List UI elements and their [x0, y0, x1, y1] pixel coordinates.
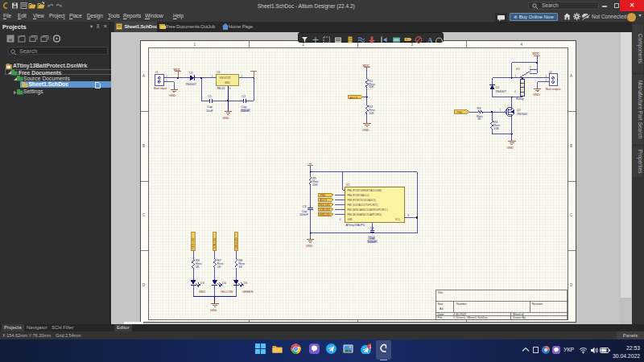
svg-text:C4: C4	[369, 227, 374, 230]
svg-text:D4: D4	[221, 282, 225, 285]
svg-text:100nF: 100nF	[367, 241, 376, 244]
svg-text:4: 4	[514, 90, 516, 93]
svg-text:B: B	[142, 144, 145, 148]
svg-text:2: 2	[166, 75, 167, 78]
svg-text:1K: 1K	[217, 265, 221, 269]
svg-text:PB4 (PCINT4/ADC2): PB4 (PCINT4/ADC2)	[347, 194, 369, 197]
svg-text:Drawn By:: Drawn By:	[513, 316, 526, 319]
svg-text:Title: Title	[437, 291, 443, 294]
svg-text:10K: 10K	[369, 85, 374, 88]
svg-text:GND: GND	[533, 93, 540, 97]
svg-text:K1: K1	[516, 68, 520, 71]
svg-text:Date:: Date:	[437, 313, 444, 316]
svg-text:GND: GND	[347, 218, 352, 221]
svg-text:PB0: PB0	[456, 111, 462, 114]
svg-text:GND: GND	[222, 117, 229, 120]
svg-text:10K: 10K	[312, 183, 318, 187]
svg-text:2: 2	[530, 66, 531, 69]
svg-text:D2: D2	[495, 86, 499, 89]
svg-text:PB3 (PCINT3/CLK1/ADC3): PB3 (PCINT3/CLK1/ADC3)	[347, 199, 375, 202]
svg-text:ATtiny13A-PU: ATtiny13A-PU	[345, 224, 365, 227]
svg-text:4: 4	[339, 218, 341, 221]
svg-text:2N7000: 2N7000	[516, 113, 526, 116]
svg-text:YLW LED: YLW LED	[319, 208, 330, 212]
svg-text:10K: 10K	[369, 112, 374, 115]
svg-text:GND: GND	[225, 81, 231, 84]
svg-text:A: A	[427, 36, 433, 44]
svg-text:A4: A4	[440, 307, 443, 311]
svg-text:J2: J2	[548, 71, 551, 74]
svg-text:1N4007: 1N4007	[185, 83, 196, 86]
svg-text:78L05: 78L05	[216, 87, 225, 90]
svg-text:YLW LED: YLW LED	[213, 237, 217, 249]
svg-text:Relay: Relay	[516, 97, 524, 101]
svg-text:VCC: VCC	[395, 218, 400, 221]
svg-text:File:: File:	[437, 316, 443, 319]
svg-text:1: 1	[545, 75, 547, 78]
svg-text:R3: R3	[477, 107, 481, 110]
svg-text:PB0: PB0	[320, 194, 325, 197]
svg-text:GND: GND	[506, 146, 514, 150]
svg-text:1: 1	[211, 75, 213, 78]
svg-text:GND: GND	[306, 245, 313, 248]
svg-text:GREEN: GREEN	[242, 290, 253, 294]
svg-text:VCC: VCC	[532, 52, 539, 56]
svg-text:A: A	[142, 74, 145, 78]
svg-text:Cap: Cap	[241, 105, 246, 109]
svg-text:3: 3	[229, 87, 230, 90]
svg-text:C:\Users\..\Sheet1.SchDoc: C:\Users\..\Sheet1.SchDoc	[453, 316, 488, 319]
svg-text:RED LED: RED LED	[319, 204, 331, 207]
svg-text:100nF: 100nF	[240, 109, 249, 113]
svg-text:RED: RED	[199, 290, 205, 294]
svg-text:GND: GND	[210, 309, 217, 312]
svg-text:1K: 1K	[238, 265, 242, 269]
svg-text:U1: U1	[216, 71, 220, 74]
svg-text:2: 2	[241, 75, 242, 78]
svg-text:1: 1	[514, 75, 516, 78]
svg-text:8: 8	[407, 214, 409, 217]
svg-text:ADC3: ADC3	[349, 97, 357, 100]
svg-text:2: 2	[545, 79, 547, 82]
svg-text:PB0 (MOSI/AIN0/OC0A/PCINT0): PB0 (MOSI/AIN0/OC0A/PCINT0)	[347, 213, 382, 216]
svg-text:PB5 (PCINT5/RESET/ADC0/dW): PB5 (PCINT5/RESET/ADC0/dW)	[347, 189, 382, 192]
svg-text:Q1: Q1	[516, 109, 520, 112]
svg-text:RED LED: RED LED	[192, 237, 195, 249]
svg-text:Revision: Revision	[531, 302, 543, 306]
svg-text:ADC3: ADC3	[320, 199, 327, 202]
svg-text:D3: D3	[200, 282, 204, 285]
svg-text:100nF: 100nF	[299, 213, 308, 216]
svg-text:B: B	[570, 144, 572, 148]
svg-text:Cap: Cap	[369, 237, 374, 240]
svg-text:J1: J1	[155, 71, 158, 74]
svg-text:Batt output: Batt output	[546, 88, 561, 91]
svg-text:Cap: Cap	[207, 105, 213, 109]
svg-text:U2: U2	[345, 183, 349, 187]
svg-text:PB1 (MISO/AIN1/OC0B/INT0/PCINT: PB1 (MISO/AIN1/OC0B/INT0/PCINT1 )	[347, 208, 387, 212]
svg-text:GND: GND	[169, 94, 176, 97]
svg-text:VCC: VCC	[173, 68, 180, 72]
svg-text:1: 1	[166, 79, 167, 82]
svg-text:VIN VOUT: VIN VOUT	[219, 76, 230, 80]
svg-text:GRN LED: GRN LED	[234, 237, 237, 249]
svg-text:PB2 (SCK/ADC1/T0/PCINT2): PB2 (SCK/ADC1/T0/PCINT2)	[347, 204, 378, 207]
svg-text:3: 3	[530, 70, 531, 73]
svg-text:GND: GND	[362, 129, 369, 132]
svg-text:1K: 1K	[477, 117, 481, 121]
svg-text:GRN LED: GRN LED	[319, 213, 331, 216]
svg-text:1: 1	[499, 109, 501, 112]
svg-text:1N4007: 1N4007	[495, 90, 506, 93]
svg-text:D6: D6	[243, 282, 247, 285]
svg-text:Number: Number	[456, 302, 468, 306]
svg-text:4.30.2022: 4.30.2022	[453, 313, 466, 316]
svg-text:A: A	[570, 74, 572, 78]
svg-text:YELLOW: YELLOW	[220, 290, 233, 294]
svg-text:10uF: 10uF	[206, 109, 213, 113]
svg-text:Size: Size	[437, 302, 443, 306]
svg-text:10K: 10K	[493, 127, 499, 130]
svg-text:C3: C3	[302, 205, 306, 208]
svg-text:Batt input: Batt input	[154, 87, 167, 90]
svg-text:C2: C2	[242, 95, 246, 98]
svg-text:1K: 1K	[195, 265, 199, 269]
svg-text:C1: C1	[208, 95, 212, 98]
svg-text:1: 1	[369, 344, 371, 349]
